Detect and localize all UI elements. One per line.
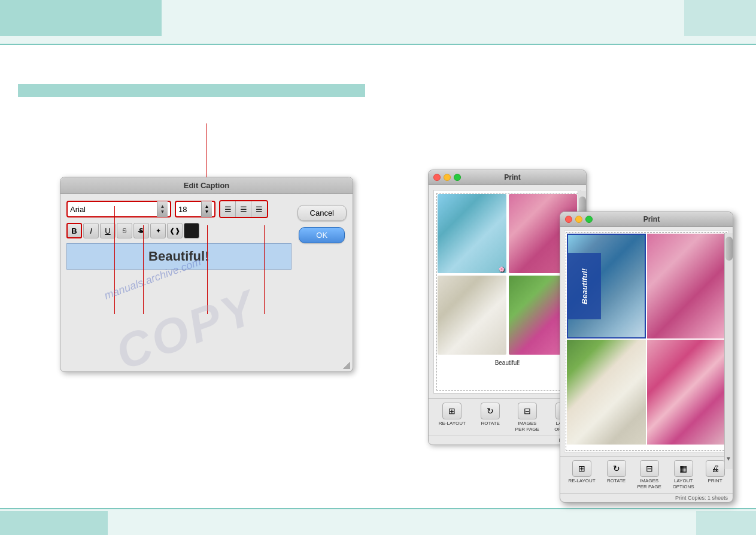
print-dialog-foreground: Print Beautiful! (560, 211, 733, 503)
caption-edit-body[interactable] (66, 270, 292, 365)
dialog-right-panel: Cancel OK (297, 200, 347, 365)
bg-relayout-label: RE-LAYOUT (439, 421, 466, 427)
annotation-line-font-select (114, 206, 115, 314)
font-size-value: 18 (178, 205, 201, 214)
align-left-button[interactable]: ☰ (220, 201, 236, 217)
bg-relayout-icon: ⊞ (442, 403, 462, 419)
font-dropdown-arrow[interactable]: ▲ ▼ (157, 201, 168, 217)
color-button[interactable] (184, 223, 199, 238)
align-center-button[interactable]: ☰ (236, 201, 251, 217)
underline-button[interactable]: U (100, 223, 116, 238)
print-fg-title: Print (596, 215, 708, 223)
bg-images-per-page-label: IMAGES PER PAGE (515, 421, 539, 432)
content-area: Edit Caption Arial ▲ ▼ 1 (0, 45, 756, 508)
fg-layout-options-button[interactable]: ▦ LAYOUT OPTIONS (673, 460, 694, 489)
fg-photo-2[interactable] (647, 234, 726, 338)
print-bg-title: Print (464, 173, 561, 182)
fg-relayout-icon: ⊞ (572, 460, 591, 477)
bg-photo-3 (438, 276, 506, 355)
fg-photo-1-selected[interactable]: Beautiful! (567, 234, 646, 338)
fg-images-per-page-icon: ⊟ (640, 460, 659, 477)
bg-rotate-label: ROTATE (481, 421, 500, 427)
bg-rotate-button[interactable]: ↻ ROTATE (481, 403, 500, 432)
print-bg-titlebar: Print (429, 170, 586, 185)
font-select[interactable]: Arial ▲ ▼ (66, 201, 171, 217)
fg-print-label: PRINT (708, 478, 722, 484)
fg-images-per-page-button[interactable]: ⊟ IMAGES PER PAGE (637, 460, 661, 489)
top-bar (0, 0, 756, 45)
caption-text-area[interactable]: Beautiful! (66, 243, 292, 270)
fg-layout-options-icon: ▦ (674, 460, 693, 477)
dialog-titlebar: Edit Caption (60, 177, 353, 194)
top-bar-right-accent (684, 0, 756, 36)
bg-rotate-icon: ↻ (481, 403, 500, 419)
maximize-button-fg[interactable] (585, 216, 593, 223)
fg-photo-3[interactable] (567, 340, 646, 445)
maximize-button-bg[interactable] (454, 174, 461, 181)
strikethrough-button[interactable]: S (117, 223, 132, 238)
fg-rotate-label: ROTATE (607, 478, 626, 484)
bg-photo-1: 🌸 (438, 194, 506, 273)
fg-photo-4[interactable] (647, 340, 726, 445)
caption-text: Beautiful! (148, 249, 209, 264)
bg-images-per-page-icon: ⊟ (518, 403, 537, 419)
fg-rotate-button[interactable]: ↻ ROTATE (607, 460, 626, 489)
fg-scrollbar-track[interactable]: ▼ (724, 233, 733, 469)
edit-caption-dialog: Edit Caption Arial ▲ ▼ 1 (60, 177, 353, 372)
fg-layout-options-label: LAYOUT OPTIONS (673, 478, 694, 489)
font-size-select[interactable]: 18 ▲ ▼ (175, 201, 215, 217)
format-row: B I U S S̶ ✦ ❰❱ (66, 223, 292, 238)
fg-rotate-icon: ↻ (607, 460, 626, 477)
bg-caption-text: Beautiful! (434, 358, 581, 367)
close-button-bg[interactable] (433, 174, 441, 181)
fg-print-button[interactable]: 🖨 PRINT (706, 460, 725, 489)
dialog-left-panel: Arial ▲ ▼ 18 ▲ ▼ (66, 200, 292, 365)
font-row: Arial ▲ ▼ 18 ▲ ▼ (66, 200, 292, 218)
print-fg-titlebar: Print (560, 212, 733, 227)
align-group: ☰ ☰ ☰ (219, 200, 268, 218)
bottom-bar (0, 508, 756, 535)
fg-images-per-page-label: IMAGES PER PAGE (637, 478, 661, 489)
print-bg-preview: 🌸 Beautiful! (433, 190, 581, 394)
minimize-button-fg[interactable] (575, 216, 582, 223)
fg-scrollbar-thumb[interactable] (725, 237, 733, 261)
top-bar-accent (0, 0, 162, 36)
ok-button[interactable]: OK (299, 227, 345, 243)
bold-button[interactable]: B (66, 223, 82, 238)
fg-relayout-label: RE-LAYOUT (568, 478, 595, 484)
dialog-title: Edit Caption (184, 181, 230, 190)
annotation-line-top (207, 123, 207, 177)
resize-handle[interactable] (343, 362, 350, 369)
annotation-line-bold (143, 225, 144, 314)
bottom-bar-right (696, 511, 756, 535)
close-button-fg[interactable] (565, 216, 572, 223)
fg-photo-grid: Beautiful! (564, 231, 728, 447)
caps-button[interactable]: S̶ (133, 223, 149, 238)
content-header-strip (18, 84, 365, 97)
annotation-line-color (264, 225, 265, 314)
align-right-button[interactable]: ☰ (251, 201, 267, 217)
fg-print-toolbar: ⊞ RE-LAYOUT ↻ ROTATE ⊟ IMAGES PER PAGE ▦… (560, 456, 733, 493)
bg-photo-grid: 🌸 (434, 191, 581, 358)
italic-button[interactable]: I (83, 223, 99, 238)
special1-button[interactable]: ✦ (150, 223, 166, 238)
minimize-button-bg[interactable] (444, 174, 451, 181)
caption-overlay-fg: Beautiful! (568, 253, 601, 319)
special2-button[interactable]: ❰❱ (167, 223, 183, 238)
bg-relayout-button[interactable]: ⊞ RE-LAYOUT (439, 403, 466, 432)
fg-relayout-button[interactable]: ⊞ RE-LAYOUT (568, 460, 595, 489)
font-name-value: Arial (70, 205, 157, 214)
cancel-button[interactable]: Cancel (297, 205, 347, 221)
bg-images-per-page-button[interactable]: ⊟ IMAGES PER PAGE (515, 403, 539, 432)
bottom-bar-left (0, 511, 108, 535)
print-fg-preview: Beautiful! (564, 231, 729, 452)
size-dropdown-arrow[interactable]: ▲ ▼ (201, 201, 212, 217)
fg-print-icon: 🖨 (706, 460, 725, 477)
annotation-line-underline (207, 225, 208, 314)
fg-print-copies: Print Copies: 1 sheets (560, 493, 733, 502)
